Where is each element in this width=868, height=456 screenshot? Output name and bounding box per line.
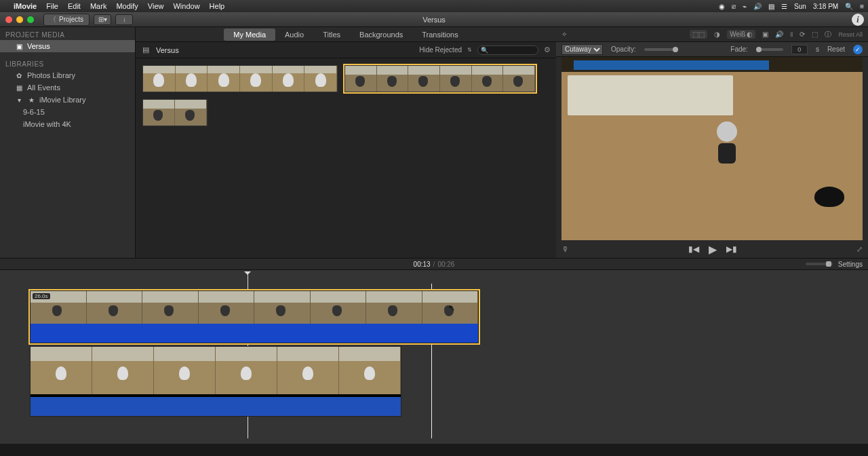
status-display-icon[interactable]: ⎚ — [732, 3, 736, 10]
sidebar-item-allevents[interactable]: ▦ All Events — [0, 81, 135, 94]
media-browser: My Media Audio Titles Backgrounds Transi… — [136, 27, 556, 258]
tab-backgrounds[interactable]: Backgrounds — [350, 28, 412, 41]
enhance-wand-icon[interactable]: ✧ — [561, 31, 567, 38]
chevron-left-icon: 〈 — [50, 15, 56, 24]
status-volume-icon[interactable]: 🔊 — [753, 3, 762, 10]
layout-toggle-button[interactable]: ⊞▾ — [94, 14, 111, 25]
play-button[interactable]: ▶ — [709, 243, 717, 256]
projects-back-button[interactable]: 〈 Projects — [43, 14, 90, 26]
preview-canvas[interactable] — [561, 57, 863, 240]
menu-window[interactable]: Window — [173, 2, 199, 10]
tab-transitions[interactable]: Transitions — [412, 28, 467, 41]
sidebar-item-label: Photos Library — [27, 71, 75, 79]
preview-subject — [712, 121, 742, 165]
filter-label[interactable]: Hide Rejected — [419, 46, 462, 54]
timecode-sep: / — [433, 261, 435, 268]
voiceover-icon[interactable]: 🎙 — [561, 245, 569, 253]
filter-stepper-icon[interactable]: ⇅ — [467, 47, 472, 53]
white-balance-button[interactable]: Weiß◐ — [727, 30, 755, 39]
sidebar-item-label: Versus — [27, 42, 50, 50]
clip-grid: 26.0s — [136, 58, 556, 258]
status-day[interactable]: Sun — [794, 3, 806, 10]
adjust-toolbar: ✧ ⬚⬚ ◑ Weiß◐ ▣ 🔊 ⫴ ⟳ ⬚ ⓘ Reset All — [556, 27, 868, 42]
status-bluetooth-icon[interactable]: ⌁ — [743, 3, 747, 10]
timeline-clip-main[interactable] — [30, 346, 401, 417]
close-button[interactable] — [5, 16, 12, 23]
color-balance-icon[interactable]: ◑ — [714, 31, 720, 38]
sidebar-item-imovielib[interactable]: ▾ ★ iMovie Library — [0, 94, 135, 106]
import-button[interactable]: ↓ — [115, 14, 133, 25]
clip-thumbnail[interactable] — [142, 65, 338, 92]
prev-button[interactable]: ▮◀ — [688, 244, 699, 254]
clip-audio-track[interactable] — [31, 397, 401, 416]
menu-edit[interactable]: Edit — [68, 2, 81, 10]
menu-mark[interactable]: Mark — [90, 2, 106, 10]
tab-titles[interactable]: Titles — [313, 28, 350, 41]
status-wifi-icon[interactable]: ☰ — [781, 3, 787, 10]
timecode-current: 00:13 — [414, 261, 431, 268]
app-menu[interactable]: iMovie — [14, 2, 37, 10]
volume-icon[interactable]: 🔊 — [775, 31, 783, 38]
clip-thumbnail-selected[interactable]: 26.0s — [344, 65, 536, 92]
sidebar-item-label: iMovie with 4K — [23, 120, 71, 128]
status-time[interactable]: 3:18 PM — [813, 3, 838, 10]
search-input[interactable]: 🔍 — [477, 45, 538, 55]
zoom-slider[interactable] — [806, 263, 833, 265]
disclosure-icon[interactable]: ▾ — [15, 96, 23, 104]
photos-icon: ✿ — [15, 72, 23, 79]
sidebar-item-versus[interactable]: ▣ Versus — [0, 40, 135, 52]
fade-value[interactable]: 0 — [791, 45, 808, 54]
menu-view[interactable]: View — [148, 2, 164, 10]
tab-mymedia[interactable]: My Media — [224, 28, 275, 41]
section-libraries: LIBRARIES — [0, 56, 135, 69]
status-record-icon[interactable]: ◉ — [719, 3, 725, 10]
spotlight-icon[interactable]: 🔍 — [845, 3, 853, 10]
eq-icon[interactable]: ⫴ — [790, 31, 793, 39]
notification-center-icon[interactable]: ≡ — [860, 3, 864, 10]
mouse-cursor-icon: ↖ — [448, 303, 455, 313]
next-button[interactable]: ▶▮ — [726, 244, 737, 254]
color-match-button[interactable]: ⬚⬚ — [690, 30, 707, 39]
window-titlebar: 〈 Projects ⊞▾ ↓ Versus i — [0, 12, 868, 27]
playback-controls: 🎙 ▮◀ ▶ ▶▮ ⤢ — [556, 240, 868, 258]
events-icon: ▦ — [15, 84, 23, 92]
timeline-clip-cutaway[interactable]: 26.0s ↖ — [30, 290, 479, 343]
timeline-header: 00:13 / 00:26 Settings — [0, 258, 868, 270]
status-flag-icon[interactable]: ▤ — [768, 3, 774, 10]
timeline-ruler[interactable] — [30, 274, 838, 284]
menu-modify[interactable]: Modify — [116, 2, 138, 10]
timecode-total: 00:26 — [437, 261, 454, 268]
filmstrip-toggle-icon[interactable]: ▤ — [141, 45, 151, 54]
timeline[interactable]: 26.0s ↖ — [0, 270, 868, 444]
apply-check-icon[interactable]: ✓ — [853, 45, 863, 54]
reset-all-button[interactable]: Reset All — [838, 31, 863, 38]
fade-label: Fade: — [730, 45, 748, 53]
sidebar-item-label: iMovie Library — [39, 96, 85, 104]
tab-audio[interactable]: Audio — [275, 28, 313, 41]
window-title: Versus — [422, 16, 446, 24]
browser-settings-icon[interactable]: ⚙ — [544, 45, 551, 54]
fade-unit: s — [816, 45, 819, 53]
browser-name: Versus — [156, 46, 179, 54]
zoom-button[interactable] — [27, 16, 34, 23]
reset-button[interactable]: Reset — [827, 45, 845, 53]
fullscreen-icon[interactable]: ⤢ — [856, 245, 863, 254]
menu-help[interactable]: Help — [210, 2, 225, 10]
clip-thumbnail[interactable] — [142, 99, 208, 126]
fade-slider[interactable] — [756, 48, 783, 51]
speed-icon[interactable]: ⟳ — [800, 31, 805, 38]
clip-duration-badge: 26.0s — [33, 293, 50, 299]
sidebar-item-date[interactable]: 9-6-15 — [0, 106, 135, 118]
info-icon[interactable]: ⓘ — [825, 30, 831, 39]
crop-icon[interactable]: ▣ — [762, 31, 768, 38]
timeline-settings-button[interactable]: Settings — [838, 261, 863, 268]
sidebar-item-photos[interactable]: ✿ Photos Library — [0, 69, 135, 81]
clip-audio-track[interactable] — [31, 324, 478, 343]
opacity-slider[interactable] — [644, 48, 678, 51]
overlay-select[interactable]: Cutaway — [561, 44, 603, 55]
minimize-button[interactable] — [16, 16, 23, 23]
menu-file[interactable]: File — [46, 2, 58, 10]
filter-icon[interactable]: ⬚ — [812, 31, 818, 38]
sidebar-item-imovie4k[interactable]: iMovie with 4K — [0, 118, 135, 130]
share-info-button[interactable]: i — [852, 14, 864, 26]
